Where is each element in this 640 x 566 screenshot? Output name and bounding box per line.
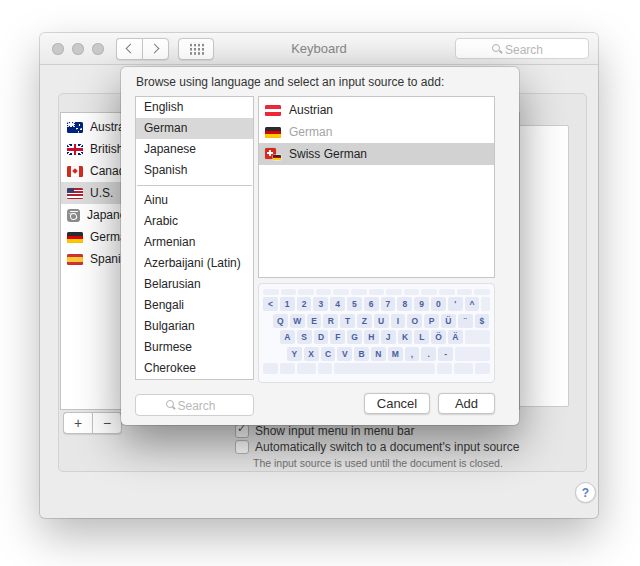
keyboard-key: G [347,330,362,344]
language-item[interactable]: Ainu [136,190,253,211]
keyboard-key [263,363,278,374]
keyboard-key: L [414,330,429,344]
dialog-search-input[interactable] [136,395,257,417]
chevron-right-icon [150,44,160,54]
remove-input-source-button[interactable]: − [92,412,122,434]
language-item[interactable]: Japanese [136,139,253,160]
minimize-button[interactable] [72,43,84,55]
language-item[interactable]: English [136,97,253,118]
keyboard-key: ¨ [458,314,473,328]
add-button[interactable]: Add [438,393,495,414]
keyboard-key [280,363,295,374]
language-item[interactable]: Cherokee [136,358,253,379]
language-group-primary: English German Japanese Spanish [136,97,253,181]
keyboard-key [298,289,314,295]
close-button[interactable] [52,43,64,55]
titlebar: Keyboard [40,33,598,65]
keyboard-key: V [337,347,352,361]
add-input-source-button[interactable]: + [63,412,92,434]
keyboard-key: B [354,347,369,361]
keyboard-key [334,363,435,374]
spanish-flag-icon [67,254,83,265]
british-flag-icon [67,144,83,155]
keyboard-key: ' [448,297,463,311]
language-item[interactable]: Belarusian [136,274,253,295]
keyboard-key: U [374,314,389,328]
forward-button[interactable] [142,38,169,60]
keyboard-key: 8 [397,297,412,311]
cancel-button[interactable]: Cancel [364,393,430,414]
keyboard-key: - [438,347,453,361]
keyboard-key: E [307,314,322,328]
language-item[interactable]: Bulgarian [136,316,253,337]
keyboard-key: $ [475,314,490,328]
keyboard-key [316,289,332,295]
keyboard-key: Ä [448,330,463,344]
keyboard-key: < [263,297,278,311]
checkbox-label: Show input menu in menu bar [255,424,414,438]
keyboard-key: I [391,314,406,328]
keyboard-key [386,289,402,295]
input-source-option-label: German [289,125,332,139]
keyboard-key: 3 [313,297,328,311]
keyboard-key: 7 [381,297,396,311]
keyboard-key: 5 [347,297,362,311]
japanese-kana-icon [67,209,80,222]
german-flag-icon [265,127,281,138]
input-source-option-label: Austrian [289,103,333,117]
keyboard-key [369,289,385,295]
australian-flag-icon [67,122,83,133]
keyboard-key: 1 [280,297,295,311]
input-source-option[interactable]: German [259,121,494,143]
keyboard-key: W [290,314,305,328]
us-flag-icon [67,188,83,199]
keyboard-key: Ö [431,330,446,344]
keyboard-key: Q [273,314,288,328]
keyboard-key [465,330,490,344]
keyboard-key: F [330,330,345,344]
keyboard-key: T [340,314,355,328]
language-list: English German Japanese Spanish Ainu Ara… [135,96,254,380]
keyboard-key [351,289,367,295]
keyboard-key: D [314,330,329,344]
keyboard-key: 6 [364,297,379,311]
input-source-option[interactable]: Swiss German [259,143,494,165]
input-source-options-list: Austrian German Swiss German [258,96,495,278]
zoom-button[interactable] [92,43,104,55]
language-item[interactable]: Burmese [136,337,253,358]
keyboard-key [481,297,490,311]
toolbar-search-input[interactable] [456,39,592,60]
language-item[interactable]: Arabic [136,211,253,232]
keyboard-key: S [297,330,312,344]
help-button[interactable]: ? [575,482,596,503]
language-item[interactable]: Bengali [136,295,253,316]
back-button[interactable] [116,38,142,60]
traffic-lights [52,43,104,55]
dialog-search-field[interactable] [135,394,254,416]
keyboard-key: 2 [297,297,312,311]
toolbar-search-field[interactable] [455,38,589,59]
checkbox-row-show-input-menu: ✓ Show input menu in menu bar [235,424,414,438]
german-flag-icon [67,232,83,243]
language-item[interactable]: Armenian [136,232,253,253]
keyboard-key [333,289,349,295]
show-all-button[interactable] [178,38,214,60]
austrian-flag-icon [265,105,281,116]
language-item[interactable]: German [136,118,253,139]
dialog-title: Browse using language and select an inpu… [136,75,444,89]
auto-switch-checkbox[interactable] [235,440,249,454]
keyboard-key: K [398,330,413,344]
keyboard-key: 9 [414,297,429,311]
language-item[interactable]: Spanish [136,160,253,181]
checkbox-row-auto-switch: Automatically switch to a document's inp… [235,440,519,454]
language-item[interactable]: Azerbaijani (Latin) [136,253,253,274]
keyboard-key: C [321,347,336,361]
keyboard-key: X [304,347,319,361]
input-source-option[interactable]: Austrian [259,99,494,121]
keyboard-key: H [364,330,379,344]
keyboard-key: R [323,314,338,328]
chevron-left-icon [126,44,136,54]
keyboard-key [404,289,420,295]
show-input-menu-checkbox[interactable]: ✓ [235,424,249,438]
list-divider [137,185,252,186]
